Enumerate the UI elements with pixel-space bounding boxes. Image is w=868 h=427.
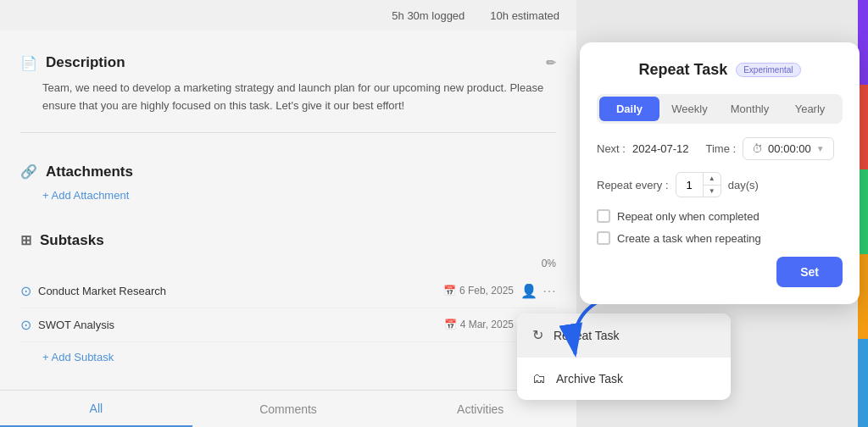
attachments-header: 🔗 Attachments — [20, 164, 556, 180]
next-date-value: 2024-07-12 — [632, 142, 689, 155]
subtask-name: Conduct Market Research — [38, 285, 437, 297]
estimated-time: 10h estimated — [490, 9, 559, 22]
freq-tab-yearly[interactable]: Yearly — [780, 97, 840, 121]
attachment-icon: 🔗 — [20, 164, 37, 180]
stepper-value: 1 — [676, 175, 703, 196]
description-title: Description — [46, 54, 125, 71]
divider-1 — [20, 132, 556, 133]
more-icon[interactable]: ⋯ — [542, 283, 556, 299]
frequency-tabs: Daily Weekly Monthly Yearly — [597, 94, 843, 124]
freq-tab-weekly[interactable]: Weekly — [659, 97, 720, 121]
tab-comments[interactable]: Comments — [192, 392, 385, 426]
task-panel: 5h 30m logged 10h estimated 📄 Descriptio… — [0, 0, 576, 427]
logged-time: 5h 30m logged — [392, 9, 465, 22]
subtasks-header: ⊞ Subtasks — [20, 232, 556, 249]
repeat-every-label: Repeat every : — [597, 179, 669, 191]
next-date-row: Next : 2024-07-12 Time : ⏱ 00:00:00 ▼ — [597, 137, 843, 160]
repeat-stepper[interactable]: 1 ▲ ▼ — [676, 172, 721, 197]
add-subtask-link[interactable]: + Add Subtask — [42, 351, 556, 363]
time-label: Time : — [705, 142, 736, 155]
context-menu-item-archive[interactable]: 🗂 Archive Task — [517, 357, 731, 400]
time-bar: 5h 30m logged 10h estimated — [0, 0, 576, 30]
stepper-down[interactable]: ▼ — [704, 186, 721, 197]
experimental-badge: Experimental — [736, 63, 800, 77]
clock-icon: ⏱ — [752, 142, 763, 155]
tab-all[interactable]: All — [0, 391, 192, 427]
subtask-row: ⊙ SWOT Analysis 📅 4 Mar, 2025 👤 ⋯ — [20, 308, 556, 342]
repeat-unit: day(s) — [728, 179, 759, 191]
stepper-up[interactable]: ▲ — [704, 173, 721, 186]
time-input[interactable]: ⏱ 00:00:00 ▼ — [743, 137, 834, 160]
checkbox-label-completed: Repeat only when completed — [617, 210, 760, 223]
freq-tab-monthly[interactable]: Monthly — [720, 97, 780, 121]
subtask-date: 📅 6 Feb, 2025 — [443, 285, 514, 297]
subtask-name: SWOT Analysis — [38, 319, 437, 331]
description-section-header: 📄 Description ✏ — [20, 54, 556, 71]
set-button[interactable]: Set — [776, 257, 843, 287]
context-label-archive: Archive Task — [556, 372, 623, 385]
subtask-icon: ⊞ — [20, 232, 31, 248]
next-label: Next : — [597, 142, 626, 155]
subtask-check-icon: ⊙ — [20, 283, 31, 299]
repeat-every-row: Repeat every : 1 ▲ ▼ day(s) — [597, 172, 843, 197]
archive-icon: 🗂 — [532, 371, 546, 386]
modal-header: Repeat Task Experimental — [597, 61, 843, 79]
calendar-icon: 📅 — [444, 319, 457, 330]
repeat-task-modal: Repeat Task Experimental Daily Weekly Mo… — [580, 42, 860, 304]
progress-row: 0% — [20, 258, 556, 269]
description-text: Team, we need to develop a marketing str… — [42, 80, 556, 115]
time-value: 00:00:00 — [768, 142, 811, 155]
time-dropdown-arrow[interactable]: ▼ — [816, 144, 825, 153]
subtask-date: 📅 4 Mar, 2025 — [444, 319, 514, 330]
modal-title: Repeat Task — [638, 61, 727, 79]
checkbox-completed[interactable] — [597, 209, 610, 223]
assignee-icon[interactable]: 👤 — [520, 283, 537, 299]
attachments-section: 🔗 Attachments + Add Attachment — [20, 164, 556, 202]
bottom-tabs: All Comments Activities — [0, 390, 576, 427]
freq-tab-daily[interactable]: Daily — [599, 97, 659, 121]
subtask-check-icon: ⊙ — [20, 317, 31, 333]
description-icon: 📄 — [20, 55, 37, 71]
checkbox-row-1: Repeat only when completed — [597, 209, 843, 223]
calendar-icon: 📅 — [443, 285, 456, 297]
subtasks-section: ⊞ Subtasks 0% ⊙ Conduct Market Research … — [20, 232, 556, 363]
subtask-row: ⊙ Conduct Market Research 📅 6 Feb, 2025 … — [20, 274, 556, 308]
strip-blue — [858, 339, 868, 427]
checkbox-create-task[interactable] — [597, 231, 610, 245]
subtask-actions: 👤 ⋯ — [520, 283, 556, 299]
progress-value: 0% — [542, 258, 556, 269]
edit-icon[interactable]: ✏ — [546, 56, 556, 69]
checkbox-row-2: Create a task when repeating — [597, 231, 843, 245]
stepper-buttons: ▲ ▼ — [703, 173, 721, 197]
attachments-title: Attachments — [46, 164, 133, 180]
subtasks-title: Subtasks — [40, 232, 104, 249]
checkbox-label-create: Create a task when repeating — [617, 232, 761, 245]
repeat-icon: ↻ — [532, 327, 543, 343]
add-attachment-link[interactable]: + Add Attachment — [42, 189, 556, 202]
